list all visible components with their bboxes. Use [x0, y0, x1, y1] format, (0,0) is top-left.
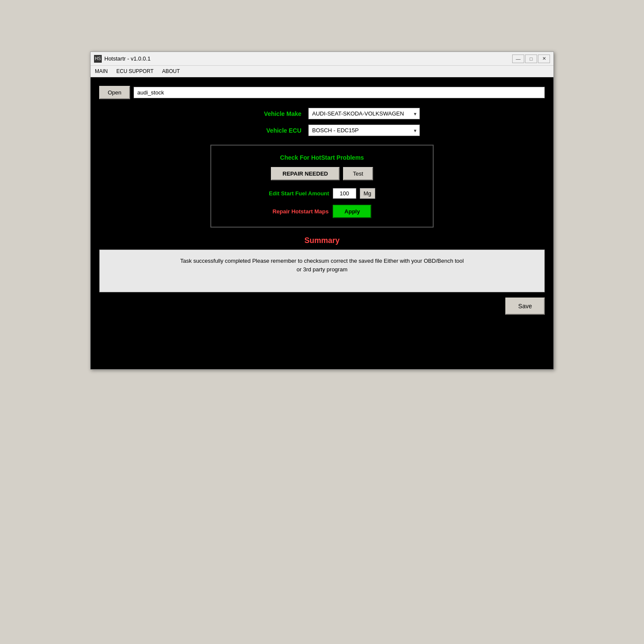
fuel-amount-input[interactable]	[333, 188, 356, 199]
main-window: HS Hotstartr - v1.0.0.1 — □ ✕ MAIN ECU S…	[90, 52, 554, 370]
apply-row: Repair Hotstart Maps Apply	[220, 205, 424, 218]
window-title: Hotstartr - v1.0.0.1	[104, 55, 151, 62]
save-button[interactable]: Save	[505, 298, 545, 315]
fuel-label: Edit Start Fuel Amount	[269, 190, 329, 197]
menu-item-about[interactable]: ABOUT	[158, 67, 184, 76]
vehicle-ecu-select-wrapper: BOSCH - EDC15P	[308, 125, 420, 136]
hotstart-box: Check For HotStart Problems REPAIR NEEDE…	[210, 145, 434, 228]
repair-maps-label: Repair Hotstart Maps	[273, 208, 329, 215]
hotstart-title: Check For HotStart Problems	[220, 154, 424, 161]
summary-title: Summary	[99, 236, 545, 245]
fuel-unit-label: Mg	[360, 188, 375, 199]
open-button[interactable]: Open	[99, 86, 130, 99]
menu-item-main[interactable]: MAIN	[91, 67, 112, 76]
open-row: Open	[99, 86, 545, 99]
vehicle-make-row: Vehicle Make AUDI-SEAT-SKODA-VOLKSWAGEN	[99, 108, 545, 119]
vehicle-ecu-select[interactable]: BOSCH - EDC15P	[308, 125, 420, 136]
vehicle-make-label: Vehicle Make	[224, 110, 301, 117]
apply-button[interactable]: Apply	[333, 205, 371, 218]
fuel-row: Edit Start Fuel Amount Mg	[220, 188, 424, 199]
bottom-row: Save	[99, 298, 545, 315]
close-button[interactable]: ✕	[538, 55, 550, 63]
minimize-button[interactable]: —	[512, 55, 524, 63]
repair-status-button: REPAIR NEEDED	[271, 167, 340, 180]
menu-item-ecu-support[interactable]: ECU SUPPORT	[112, 67, 158, 76]
title-controls: — □ ✕	[512, 55, 550, 63]
menu-bar: MAIN ECU SUPPORT ABOUT	[91, 66, 553, 77]
file-path-input[interactable]	[134, 87, 545, 98]
vehicle-ecu-row: Vehicle ECU BOSCH - EDC15P	[99, 125, 545, 136]
test-button[interactable]: Test	[343, 167, 373, 180]
summary-box: Task successfully completed Please remem…	[99, 249, 545, 292]
vehicle-make-select-wrapper: AUDI-SEAT-SKODA-VOLKSWAGEN	[308, 108, 420, 119]
vehicle-make-select[interactable]: AUDI-SEAT-SKODA-VOLKSWAGEN	[308, 108, 420, 119]
summary-text-line2: or 3rd party program	[297, 266, 348, 273]
title-bar-left: HS Hotstartr - v1.0.0.1	[94, 55, 151, 63]
vehicle-ecu-label: Vehicle ECU	[224, 127, 301, 134]
content-area: Open Vehicle Make AUDI-SEAT-SKODA-VOLKSW…	[91, 77, 553, 369]
repair-row: REPAIR NEEDED Test	[220, 167, 424, 180]
maximize-button[interactable]: □	[525, 55, 537, 63]
app-icon: HS	[94, 55, 102, 63]
summary-text-line1: Task successfully completed Please remem…	[180, 258, 464, 264]
title-bar: HS Hotstartr - v1.0.0.1 — □ ✕	[91, 52, 553, 66]
